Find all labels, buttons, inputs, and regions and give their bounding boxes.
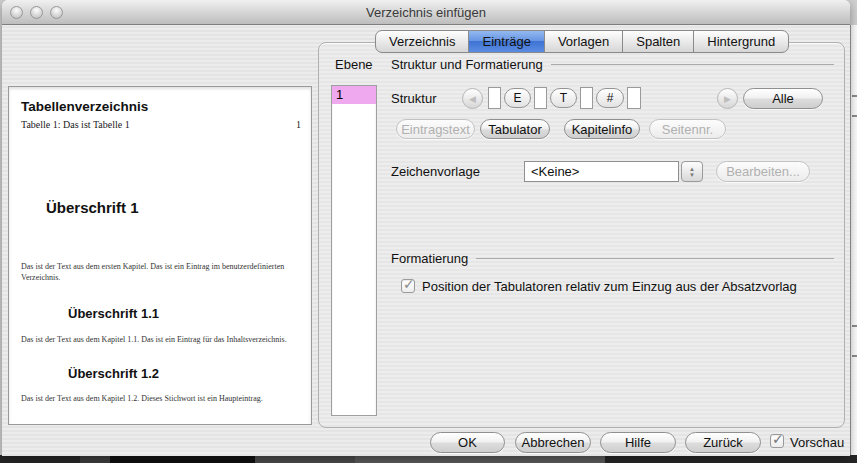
checkmark-icon: ✓ [772,431,784,447]
document-preview-pane: Tabellenverzeichnis Tabelle 1: Das ist T… [8,86,312,425]
entry-text-token[interactable]: E [504,88,531,108]
preview-index-entry: Tabelle 1: Das ist Tabelle 1 [21,119,130,130]
tab-spalten[interactable]: Spalten [622,30,694,53]
tabulator-button[interactable]: Tabulator [480,119,550,139]
token-scroll-right-button[interactable]: ▶ [717,88,738,109]
background-window-sliver [850,25,857,455]
section-divider-line [476,258,834,259]
struktur-row-label: Struktur [391,91,437,106]
dialog-tab-bar: Verzeichnis Einträge Vorlagen Spalten Hi… [375,30,789,53]
preview-paragraph-3: Das ist der Text aus dem Kapitel 1.2. Di… [21,393,263,404]
formatierung-section-header: Formatierung [391,251,834,266]
tab-position-checkbox[interactable]: ✓ [401,279,415,293]
tab-position-checkbox-label: Position der Tabulatoren relativ zum Ein… [422,279,797,294]
zeichenvorlage-stepper[interactable]: ▲ ▼ [681,161,703,182]
eintraege-tab-panel: Ebene 1 Struktur und Formatierung Strukt… [318,42,845,428]
struktur-section-title: Struktur und Formatierung [391,57,543,72]
bearbeiten-button[interactable]: Bearbeiten... [716,161,810,182]
tab-eintraege[interactable]: Einträge [468,30,544,53]
token-scroll-left-button[interactable]: ◀ [462,88,483,109]
ok-button[interactable]: OK [430,432,505,453]
preview-index-row: Tabelle 1: Das ist Tabelle 1 1 [21,119,301,130]
preview-paragraph-2: Das ist der Text aus dem Kapitel 1.1. Da… [21,334,287,345]
alle-button[interactable]: Alle [743,88,823,109]
background-dock-strip [0,455,857,463]
title-bar[interactable]: Verzeichnis einfügen [2,0,850,25]
preview-heading-1-2: Überschrift 1.2 [68,366,159,381]
structure-text-field-4[interactable] [627,87,641,109]
preview-index-title: Tabellenverzeichnis [21,99,148,114]
tab-hintergrund[interactable]: Hintergrund [693,30,789,53]
zeichenvorlage-select[interactable]: <Keine> [524,161,679,182]
level-item-1[interactable]: 1 [332,86,376,104]
tab-stop-token[interactable]: T [550,88,577,108]
tab-vorlagen[interactable]: Vorlagen [544,30,623,53]
kapitelinfo-button[interactable]: Kapitelinfo [564,119,640,139]
vorschau-checkbox-label: Vorschau [790,435,844,450]
formatierung-section-title: Formatierung [391,251,468,266]
preview-heading-1: Überschrift 1 [46,199,139,216]
zeichenvorlage-label: Zeichenvorlage [391,164,480,179]
section-divider-line [551,64,834,65]
stepper-down-icon: ▼ [689,172,695,178]
preview-heading-1-1: Überschrift 1.1 [68,306,159,321]
window-title: Verzeichnis einfügen [2,5,850,20]
struktur-section-header: Struktur und Formatierung [391,57,834,72]
tab-verzeichnis[interactable]: Verzeichnis [375,30,469,53]
arrow-left-icon: ◀ [469,94,476,104]
seitennr-button[interactable]: Seitennr. [649,119,726,139]
page-number-token[interactable]: # [596,88,624,108]
arrow-right-icon: ▶ [724,94,731,104]
ebene-level-listbox[interactable]: 1 [331,85,377,416]
vorschau-checkbox[interactable]: ✓ [770,434,784,448]
preview-paragraph-1: Das ist der Text aus dem ersten Kapitel.… [21,261,306,283]
verzeichnis-einfuegen-dialog: Verzeichnis einfügen Tabellenverzeichnis… [2,0,850,456]
structure-text-field-2[interactable] [534,87,547,109]
back-button[interactable]: Zurück [685,432,761,453]
eintragstext-button[interactable]: Eintragstext [396,119,475,139]
ebene-label: Ebene [335,57,373,72]
structure-text-field-1[interactable] [488,87,501,109]
help-button[interactable]: Hilfe [600,432,676,453]
cancel-button[interactable]: Abbrechen [515,432,591,453]
structure-text-field-3[interactable] [580,87,593,109]
preview-index-page-number: 1 [296,119,301,130]
checkmark-icon: ✓ [403,276,415,292]
